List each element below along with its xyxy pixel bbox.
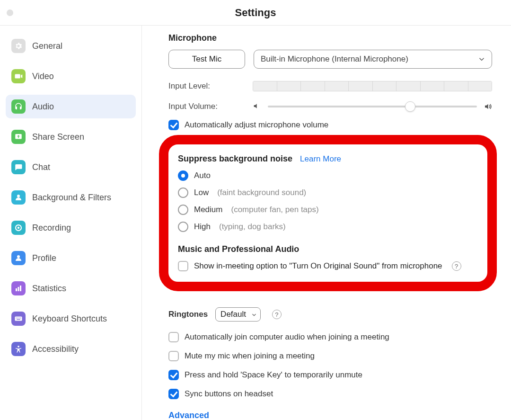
sidebar-item-label: Accessibility: [32, 344, 79, 354]
gear-icon: [11, 39, 26, 53]
sidebar-item-accessibility[interactable]: Accessibility: [6, 337, 136, 361]
original-sound-checkbox[interactable]: [178, 261, 188, 271]
input-volume-slider[interactable]: [268, 106, 477, 107]
sidebar-item-label: Statistics: [32, 284, 66, 294]
person-icon: [11, 190, 26, 205]
space-unmute-checkbox[interactable]: [168, 370, 179, 380]
video-icon: [11, 69, 26, 83]
sidebar-item-statistics[interactable]: Statistics: [6, 277, 136, 300]
keyboard-icon: [11, 312, 26, 326]
learn-more-link[interactable]: Learn More: [300, 154, 341, 164]
test-mic-label: Test Mic: [192, 54, 221, 64]
sidebar-item-background-filters[interactable]: Background & Filters: [6, 186, 136, 209]
window-close-dot[interactable]: [7, 9, 13, 16]
ringtone-select[interactable]: Default: [215, 307, 261, 322]
auto-adjust-mic-label: Automatically adjust microphone volume: [185, 120, 328, 130]
suppress-noise-title: Suppress background noise Learn More: [178, 154, 478, 164]
sidebar-item-label: General: [32, 41, 62, 51]
noise-high-radio[interactable]: [178, 222, 188, 232]
noise-medium-label: Medium: [194, 205, 222, 214]
svg-point-4: [17, 255, 20, 258]
sidebar-item-label: Background & Filters: [32, 193, 111, 203]
noise-low-radio[interactable]: [178, 188, 188, 198]
headphones-icon: [11, 99, 26, 114]
svg-rect-8: [15, 317, 22, 321]
sidebar-item-share-screen[interactable]: Share Screen: [6, 125, 136, 149]
svg-rect-12: [20, 318, 21, 319]
help-icon[interactable]: ?: [452, 261, 461, 271]
sync-headset-checkbox[interactable]: [168, 389, 179, 399]
mute-on-join-label: Mute my mic when joining a meeting: [185, 351, 315, 361]
titlebar: Settings: [0, 0, 511, 26]
record-icon: [11, 221, 26, 235]
sidebar-item-chat[interactable]: Chat: [6, 155, 136, 179]
sidebar-item-profile[interactable]: Profile: [6, 246, 136, 270]
advanced-link[interactable]: Advanced: [168, 411, 492, 420]
svg-point-1: [17, 195, 20, 197]
mic-device-select[interactable]: Built-in Microphone (Internal Microphone…: [254, 50, 492, 69]
mic-device-value: Built-in Microphone (Internal Microphone…: [261, 54, 408, 64]
svg-rect-13: [17, 319, 20, 320]
chart-icon: [11, 281, 26, 295]
noise-low-hint: (faint background sound): [217, 188, 306, 197]
input-volume-label: Input Volume:: [168, 102, 253, 111]
share-screen-icon: [11, 130, 26, 144]
input-level-label: Input Level:: [168, 81, 253, 91]
microphone-title: Microphone: [168, 33, 492, 43]
sidebar-item-label: Share Screen: [32, 132, 84, 142]
svg-rect-10: [18, 318, 18, 319]
music-pro-title: Music and Professional Audio: [178, 244, 478, 254]
mute-on-join-checkbox[interactable]: [168, 351, 179, 361]
ringtones-label: Ringtones: [168, 310, 208, 319]
sidebar-item-label: Recording: [32, 223, 71, 233]
sidebar-item-recording[interactable]: Recording: [6, 216, 136, 240]
sidebar-item-label: Keyboard Shortcuts: [32, 314, 107, 324]
noise-auto-radio[interactable]: [178, 170, 188, 181]
sidebar-item-audio[interactable]: Audio: [6, 95, 136, 118]
svg-point-3: [18, 227, 20, 229]
sidebar-item-label: Chat: [32, 162, 50, 172]
suppress-noise-title-text: Suppress background noise: [178, 154, 292, 164]
highlight-annotation: Suppress background noise Learn More Aut…: [159, 135, 497, 291]
auto-join-audio-checkbox[interactable]: [168, 332, 179, 342]
sidebar-item-label: Profile: [32, 253, 56, 263]
auto-adjust-mic-checkbox[interactable]: [168, 120, 179, 130]
chevron-down-icon: [251, 311, 257, 318]
noise-high-hint: (typing, dog barks): [219, 222, 286, 232]
sidebar-item-label: Video: [32, 71, 54, 81]
sidebar: General Video Audio Share Screen Chat: [0, 26, 142, 420]
chevron-down-icon: [477, 55, 486, 63]
noise-medium-hint: (computer fan, pen taps): [231, 205, 318, 214]
svg-point-14: [18, 346, 19, 348]
sidebar-item-keyboard-shortcuts[interactable]: Keyboard Shortcuts: [6, 307, 136, 331]
noise-auto-label: Auto: [194, 171, 211, 180]
help-icon[interactable]: ?: [272, 310, 282, 319]
slider-thumb[interactable]: [405, 101, 415, 112]
svg-rect-5: [16, 288, 17, 291]
noise-medium-radio[interactable]: [178, 205, 188, 215]
svg-rect-11: [19, 318, 20, 319]
svg-rect-7: [20, 286, 21, 291]
sync-headset-label: Sync buttons on headset: [185, 389, 273, 399]
chat-icon: [11, 160, 26, 174]
speaker-high-icon: [484, 102, 492, 111]
accessibility-icon: [11, 342, 26, 356]
main-panel: Microphone Test Mic Built-in Microphone …: [142, 26, 511, 420]
speaker-low-icon: [253, 102, 261, 111]
auto-join-audio-label: Automatically join computer audio when j…: [185, 332, 389, 342]
test-mic-button[interactable]: Test Mic: [168, 50, 245, 69]
profile-icon: [11, 251, 26, 265]
sidebar-item-general[interactable]: General: [6, 34, 136, 58]
ringtone-value: Default: [220, 310, 246, 319]
space-unmute-label: Press and hold 'Space Key' to temporaril…: [185, 370, 362, 380]
original-sound-label: Show in-meeting option to "Turn On Origi…: [194, 261, 442, 271]
noise-high-label: High: [194, 222, 211, 232]
svg-rect-6: [18, 287, 19, 291]
input-level-meter: [253, 81, 492, 91]
noise-low-label: Low: [194, 188, 209, 197]
sidebar-item-label: Audio: [32, 102, 54, 112]
window-title: Settings: [235, 7, 276, 19]
sidebar-item-video[interactable]: Video: [6, 64, 136, 88]
svg-rect-9: [16, 318, 17, 319]
